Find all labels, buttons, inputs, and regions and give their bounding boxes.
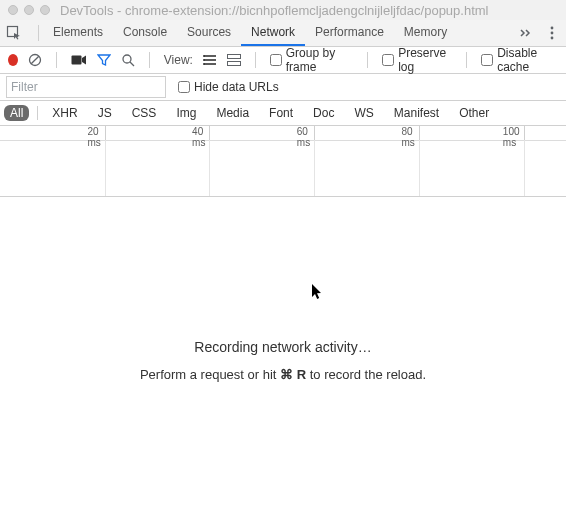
svg-point-1: [551, 27, 554, 30]
preserve-log-checkbox[interactable]: Preserve log: [382, 46, 452, 74]
type-filter-js[interactable]: JS: [92, 105, 118, 121]
tab-elements[interactable]: Elements: [43, 20, 113, 46]
search-icon[interactable]: [121, 52, 135, 68]
clear-icon[interactable]: [28, 52, 42, 68]
type-filter-media[interactable]: Media: [210, 105, 255, 121]
separator: [367, 52, 368, 68]
timeline-lanes: [0, 140, 566, 196]
separator: [255, 52, 256, 68]
type-filter-xhr[interactable]: XHR: [46, 105, 83, 121]
window-title: DevTools - chrome-extension://bicnhpofle…: [60, 3, 489, 18]
view-label: View:: [164, 53, 193, 67]
group-by-frame-checkbox[interactable]: Group by frame: [270, 46, 354, 74]
type-filter-css[interactable]: CSS: [126, 105, 163, 121]
traffic-light-minimize[interactable]: [24, 5, 34, 15]
type-filter-font[interactable]: Font: [263, 105, 299, 121]
view-list-icon[interactable]: [203, 52, 217, 68]
svg-rect-15: [227, 55, 240, 59]
network-toolbar: View: Group by frame Preserve log Disabl…: [0, 47, 566, 74]
group-by-frame-input[interactable]: [270, 54, 282, 66]
cursor-pointer-icon: [311, 283, 323, 299]
camera-icon[interactable]: [71, 52, 87, 68]
filter-icon[interactable]: [97, 52, 111, 68]
separator: [56, 52, 57, 68]
type-filter-img[interactable]: Img: [170, 105, 202, 121]
svg-point-7: [123, 55, 131, 63]
titlebar: DevTools - chrome-extension://bicnhpofle…: [0, 0, 566, 20]
recording-message: Recording network activity…: [0, 339, 566, 355]
hide-data-urls-checkbox[interactable]: Hide data URLs: [178, 80, 279, 94]
svg-line-8: [130, 62, 134, 66]
timeline-gridline: [314, 140, 315, 196]
type-filter-manifest[interactable]: Manifest: [388, 105, 445, 121]
svg-line-5: [31, 56, 39, 64]
type-filter-ws[interactable]: WS: [348, 105, 379, 121]
separator: [149, 52, 150, 68]
preserve-log-input[interactable]: [382, 54, 394, 66]
type-filter-all[interactable]: All: [4, 105, 29, 121]
timeline-gridline: [105, 140, 106, 196]
svg-rect-6: [71, 56, 81, 65]
timeline-overview[interactable]: 20 ms40 ms60 ms80 ms100 ms: [0, 126, 566, 197]
separator: [37, 106, 38, 120]
kebab-menu-icon[interactable]: [544, 25, 560, 41]
tab-performance[interactable]: Performance: [305, 20, 394, 46]
hide-data-urls-input[interactable]: [178, 81, 190, 93]
inspect-element-icon[interactable]: [6, 25, 22, 41]
hide-data-urls-label: Hide data URLs: [194, 80, 279, 94]
hint-message: Perform a request or hit ⌘ R to record t…: [0, 367, 566, 382]
svg-rect-16: [227, 62, 240, 66]
svg-point-2: [551, 32, 554, 35]
tab-memory[interactable]: Memory: [394, 20, 457, 46]
disable-cache-checkbox[interactable]: Disable cache: [481, 46, 558, 74]
main-tabbar: ElementsConsoleSourcesNetworkPerformance…: [0, 20, 566, 47]
view-large-icon[interactable]: [227, 52, 241, 68]
hint-pre: Perform a request or hit: [140, 367, 280, 382]
svg-point-3: [551, 37, 554, 40]
record-button[interactable]: [8, 54, 18, 66]
type-filter-bar: AllXHRJSCSSImgMediaFontDocWSManifestOthe…: [0, 101, 566, 126]
svg-point-12: [203, 55, 205, 57]
hint-key: ⌘ R: [280, 367, 306, 382]
traffic-light-close[interactable]: [8, 5, 18, 15]
timeline-gridline: [419, 140, 420, 196]
tab-sources[interactable]: Sources: [177, 20, 241, 46]
timeline-ruler: 20 ms40 ms60 ms80 ms100 ms: [0, 126, 566, 141]
timeline-gridline: [524, 140, 525, 196]
filter-bar: Hide data URLs: [0, 74, 566, 101]
svg-point-13: [203, 59, 205, 61]
traffic-light-zoom[interactable]: [40, 5, 50, 15]
tab-network[interactable]: Network: [241, 20, 305, 46]
disable-cache-label: Disable cache: [497, 46, 558, 74]
network-empty-state: Recording network activity… Perform a re…: [0, 197, 566, 517]
overflow-tabs-icon[interactable]: [518, 25, 534, 41]
tab-console[interactable]: Console: [113, 20, 177, 46]
preserve-log-label: Preserve log: [398, 46, 452, 74]
disable-cache-input[interactable]: [481, 54, 493, 66]
svg-point-14: [203, 63, 205, 65]
type-filter-doc[interactable]: Doc: [307, 105, 340, 121]
filter-input[interactable]: [6, 76, 166, 98]
timeline-gridline: [209, 140, 210, 196]
type-filter-other[interactable]: Other: [453, 105, 495, 121]
separator: [38, 25, 39, 41]
group-by-frame-label: Group by frame: [286, 46, 354, 74]
hint-post: to record the reload.: [306, 367, 426, 382]
separator: [466, 52, 467, 68]
